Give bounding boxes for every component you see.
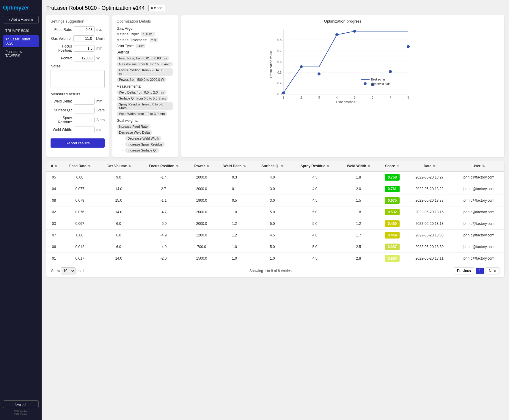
table-row: 07 0.08 6.0 -4.9 1200.0 1.2 4.5 4.8 1.7 … bbox=[46, 230, 504, 241]
cell-user: john.d@factory.com bbox=[453, 218, 504, 230]
col-header-user[interactable]: User ⇅ bbox=[453, 161, 504, 171]
measurement-pill-2: Spray Residue, from 0.0 to 5.0 Stars bbox=[117, 102, 173, 110]
material-thickness-line: Material Thickness: 2.0 bbox=[117, 38, 174, 42]
col-header-gas-volume[interactable]: Gas Volume ⇅ bbox=[98, 161, 139, 171]
gas-volume-unit: L/min bbox=[96, 37, 105, 41]
notes-textarea[interactable] bbox=[51, 70, 105, 88]
col-header-date[interactable]: Date ⇅ bbox=[406, 161, 453, 171]
cell-weld-width: 1.8 bbox=[339, 206, 378, 218]
cell-power: 1200.0 bbox=[188, 230, 216, 241]
col-header-num[interactable]: # ⇅ bbox=[46, 161, 62, 171]
cell-spray-residue: 5.0 bbox=[291, 206, 339, 218]
cell-user: john.d@factory.com bbox=[453, 253, 504, 264]
svg-text:5: 5 bbox=[354, 96, 356, 99]
report-results-button[interactable]: Report results bbox=[51, 138, 105, 148]
cell-num: 05 bbox=[46, 171, 62, 183]
cell-surface-q: 5.0 bbox=[254, 206, 291, 218]
cell-user: john.d@factory.com bbox=[453, 230, 504, 241]
optimization-panel-title: Optimization Details bbox=[117, 19, 174, 23]
entries-select[interactable]: 10 25 50 100 bbox=[61, 267, 76, 274]
weld-delta-field: Weld Delta: mm bbox=[51, 98, 105, 105]
cell-surface-q: 5.0 bbox=[254, 218, 291, 230]
cell-gas-volume: 15.0 bbox=[98, 195, 139, 206]
chart-panel: Optimization progress bbox=[181, 15, 504, 157]
settings-panel: Settings suggestion Feed Rate: m/s Gas V… bbox=[46, 15, 109, 157]
col-header-focus-position[interactable]: Focus Position ⇅ bbox=[139, 161, 188, 171]
gas-info: Gas: Argon bbox=[117, 26, 174, 31]
spray-residue-unit: Stars bbox=[96, 118, 105, 122]
svg-text:7: 7 bbox=[389, 96, 391, 99]
table-row: 08 0.078 15.0 -1.1 1900.0 0.5 3.0 4.5 1.… bbox=[46, 195, 504, 206]
cell-spray-residue: 4.0 bbox=[291, 183, 339, 195]
spray-residue-input[interactable] bbox=[74, 117, 95, 123]
col-header-score[interactable]: Score ▼ bbox=[378, 161, 406, 171]
cell-weld-width: 1.5 bbox=[339, 195, 378, 206]
cell-score: 0.532 bbox=[378, 206, 406, 218]
cell-focus-position: -1.4 bbox=[139, 171, 188, 183]
sidebar-item-trumpf[interactable]: TRUMPF 5030 bbox=[3, 27, 39, 35]
surface-q-input[interactable] bbox=[74, 107, 95, 113]
cell-score: 0.768 bbox=[378, 171, 406, 183]
table-row: 02 0.076 14.0 -4.7 2000.0 1.0 5.0 5.0 1.… bbox=[46, 206, 504, 218]
version-label: web v1.8.0 core v0.6.0 bbox=[3, 409, 39, 415]
cell-feed-rate: 0.08 bbox=[62, 230, 98, 241]
optimization-chart: 0.3 0.4 0.5 0.6 0.7 0.8 1 2 3 4 5 6 7 8 bbox=[186, 26, 500, 103]
svg-text:Best so far: Best so far bbox=[371, 78, 385, 81]
sidebar-item-panasonic[interactable]: Panasonic TAWERS bbox=[3, 48, 39, 60]
svg-text:0.5: 0.5 bbox=[277, 71, 282, 74]
logout-button[interactable]: Log out bbox=[3, 400, 39, 408]
weld-width-unit: mm bbox=[96, 128, 105, 132]
cell-spray-residue: 5.0 bbox=[291, 241, 339, 253]
col-header-feed-rate[interactable]: Feed Rate ⇅ bbox=[62, 161, 98, 171]
setting-pill-3: Power, from 500.0 to 2000.0 W bbox=[117, 77, 166, 82]
svg-text:0.8: 0.8 bbox=[277, 38, 282, 42]
main-content: TruLaser Robot 5020 - Optimization #144 … bbox=[42, 0, 509, 420]
page-header: TruLaser Robot 5020 - Optimization #144 … bbox=[46, 5, 504, 11]
cell-power: 2000.0 bbox=[188, 218, 216, 230]
sidebar-item-trulaser[interactable]: TruLaser Robot 5020 bbox=[3, 35, 39, 47]
cell-date: 2022-05-20 13:18 bbox=[406, 218, 453, 230]
cell-date: 2022-05-20 13:33 bbox=[406, 230, 453, 241]
spray-residue-field: Spray Residue: Stars bbox=[51, 116, 105, 124]
feed-rate-label: Feed Rate: bbox=[51, 28, 72, 32]
notes-label: Notes bbox=[51, 64, 105, 68]
add-machine-button[interactable]: + Add a Machine bbox=[3, 16, 39, 23]
cell-power: 1500.0 bbox=[188, 253, 216, 264]
cell-num: 04 bbox=[46, 183, 62, 195]
measurement-pill-1: Surface Q., from 0.0 to 5.0 Stars bbox=[117, 96, 168, 101]
col-header-spray-residue[interactable]: Spray Residue ⇅ bbox=[291, 161, 339, 171]
power-input[interactable] bbox=[74, 55, 95, 61]
cell-gas-volume: 9.0 bbox=[98, 171, 139, 183]
weld-delta-unit: mm bbox=[96, 99, 105, 103]
cell-surface-q: 4.5 bbox=[254, 230, 291, 241]
cell-focus-position: -4.9 bbox=[139, 241, 188, 253]
cell-score: 0.675 bbox=[378, 195, 406, 206]
chart-title: Optimization progress bbox=[186, 19, 500, 23]
surface-q-field: Surface Q.: Stars bbox=[51, 107, 105, 113]
sub-arrow-3: ↳ bbox=[121, 143, 124, 146]
weld-delta-input[interactable] bbox=[74, 98, 95, 105]
col-header-weld-width[interactable]: Weld Width ⇅ bbox=[339, 161, 378, 171]
cell-weld-delta: 1.2 bbox=[215, 218, 253, 230]
col-header-surface-q[interactable]: Surface Q. ⇅ bbox=[254, 161, 291, 171]
show-entries: Show 10 25 50 100 entries bbox=[51, 267, 87, 274]
focus-position-input[interactable] bbox=[74, 45, 95, 52]
next-button[interactable]: Next bbox=[486, 267, 499, 274]
cell-gas-volume: 14.0 bbox=[98, 183, 139, 195]
col-header-weld-delta[interactable]: Weld Delta ⇅ bbox=[215, 161, 253, 171]
page-1-button[interactable]: 1 bbox=[476, 268, 484, 274]
col-header-power[interactable]: Power ⇅ bbox=[188, 161, 216, 171]
cell-user: john.d@factory.com bbox=[453, 183, 504, 195]
previous-button[interactable]: Previous bbox=[454, 267, 474, 274]
cell-feed-rate: 0.077 bbox=[62, 183, 98, 195]
cell-surface-q: 3.0 bbox=[254, 183, 291, 195]
weld-width-input[interactable] bbox=[74, 127, 95, 133]
gas-volume-input[interactable] bbox=[73, 35, 94, 42]
svg-point-25 bbox=[300, 65, 303, 68]
close-button[interactable]: × close bbox=[148, 5, 165, 11]
cell-user: john.d@factory.com bbox=[453, 206, 504, 218]
svg-text:0.6: 0.6 bbox=[277, 60, 282, 64]
feed-rate-input[interactable] bbox=[74, 26, 95, 33]
weld-width-label: Weld Width: bbox=[51, 128, 72, 132]
svg-text:Optimization value: Optimization value bbox=[269, 51, 273, 78]
